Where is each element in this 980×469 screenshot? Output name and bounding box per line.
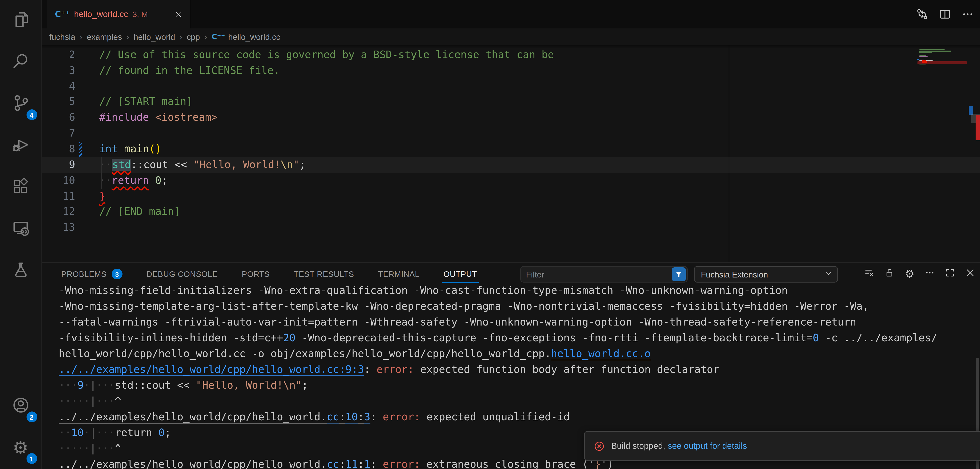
line-number: 6 bbox=[42, 110, 75, 126]
panel-tab-output[interactable]: OUTPUT bbox=[435, 263, 485, 285]
file-link[interactable]: 3 bbox=[364, 411, 371, 423]
code-line-5: 5// [START main] bbox=[42, 94, 980, 110]
gear-icon: ⚙ bbox=[13, 439, 29, 457]
file-link[interactable]: 10 bbox=[345, 411, 358, 423]
gear-icon: ⚙ bbox=[905, 268, 915, 280]
minimap-line bbox=[920, 52, 932, 53]
file-link[interactable]: hello_world.cc.o bbox=[551, 348, 651, 359]
lock-scrolling-button[interactable] bbox=[883, 268, 896, 280]
output-line-2: -Wno-missing-template-arg-list-after-tem… bbox=[42, 298, 980, 314]
file-link[interactable]: ../../examples/hello_world/cpp/hello_wor… bbox=[59, 363, 364, 375]
activity-bar-item-search[interactable] bbox=[5, 48, 36, 78]
workbench-main: C⁺⁺ hello_world.cc 3, M fuchsia›examples… bbox=[42, 0, 980, 469]
breadcrumb-separator: › bbox=[204, 32, 207, 41]
files-icon bbox=[11, 10, 30, 32]
breadcrumb-separator: › bbox=[180, 32, 182, 41]
more-actions-button[interactable] bbox=[961, 7, 975, 21]
filter-input[interactable] bbox=[521, 270, 672, 279]
code-line-3: 3// found in the LICENSE file. bbox=[42, 63, 980, 79]
minimap-error-box-2 bbox=[922, 62, 927, 63]
compare-icon bbox=[916, 12, 929, 22]
code-line-1: 1// Copyright 2025 The Fuchsia Authors. … bbox=[42, 45, 980, 48]
output-line-8: ·····|···^ bbox=[42, 393, 980, 409]
line-number: 13 bbox=[42, 220, 75, 236]
file-link[interactable]: : bbox=[358, 411, 364, 423]
notification-toast[interactable]: Build stopped,see output for details bbox=[584, 431, 980, 461]
panel-settings-button[interactable]: ⚙ bbox=[904, 268, 916, 280]
filter-funnel-icon[interactable] bbox=[672, 267, 686, 281]
code-line-6: 6#include <iostream> bbox=[42, 110, 980, 126]
file-link[interactable]: cc bbox=[327, 458, 339, 469]
breadcrumb-item-cpp[interactable]: cpp bbox=[187, 32, 200, 41]
tab-hello-world-cc[interactable]: C⁺⁺ hello_world.cc 3, M bbox=[47, 0, 191, 29]
breadcrumb-item-examples[interactable]: examples bbox=[87, 32, 122, 41]
breadcrumb: fuchsia›examples›hello_world›cpp›C⁺⁺hell… bbox=[42, 29, 980, 45]
badge: 4 bbox=[26, 109, 37, 120]
activity-bar-item-settings[interactable]: ⚙1 bbox=[5, 433, 36, 463]
minimap-modified-mark bbox=[917, 59, 918, 60]
output-line-6: ../../examples/hello_world/cpp/hello_wor… bbox=[42, 361, 980, 377]
activity-bar-item-extensions[interactable] bbox=[5, 172, 36, 203]
output-channel-select[interactable]: Fuchsia Extension bbox=[694, 266, 838, 282]
code-line-2: 2// Use of this source code is governed … bbox=[42, 48, 980, 63]
activity-bar-item-remote-explorer[interactable] bbox=[5, 214, 36, 245]
output-line-1: -Wno-missing-field-initializers -Wno-ext… bbox=[42, 285, 980, 298]
panel-tab-ports[interactable]: PORTS bbox=[234, 263, 278, 285]
output-line-4: -fvisibility-inlines-hidden -std=c++20 -… bbox=[42, 330, 980, 346]
error-icon bbox=[593, 440, 605, 452]
close-tab-icon[interactable] bbox=[172, 9, 184, 20]
panel-tab-terminal[interactable]: TERMINAL bbox=[370, 263, 428, 285]
line-number: 5 bbox=[42, 94, 75, 110]
breadcrumb-item-hello_world[interactable]: hello_world bbox=[134, 32, 175, 41]
line-number: 11 bbox=[42, 189, 75, 204]
activity-bar-item-accounts[interactable]: 2 bbox=[5, 391, 36, 421]
output-channel-label: Fuchsia Extension bbox=[701, 270, 825, 279]
tab-decoration: 3, M bbox=[132, 10, 172, 19]
close-icon bbox=[965, 267, 975, 281]
vscode-window: 4 2⚙1 C⁺⁺ hello_world.cc 3, M fuchsia›ex… bbox=[0, 0, 980, 469]
editor-ruler-line bbox=[729, 45, 729, 262]
clear-output-button[interactable] bbox=[863, 268, 875, 280]
output-line-3: --fatal-warnings -ftrivial-auto-var-init… bbox=[42, 314, 980, 330]
output-line-7: ···9·|···std::cout << "Hello, World!\n"; bbox=[42, 377, 980, 393]
badge: 1 bbox=[26, 453, 37, 464]
activity-bar-item-source-control[interactable]: 4 bbox=[5, 89, 36, 120]
file-link[interactable]: 1 bbox=[364, 458, 371, 469]
panel-tab-debug-console[interactable]: DEBUG CONSOLE bbox=[138, 263, 226, 285]
file-link[interactable]: cc bbox=[327, 411, 339, 423]
breadcrumb-item-fuchsia[interactable]: fuchsia bbox=[49, 32, 75, 41]
close-panel-button[interactable] bbox=[964, 268, 976, 280]
split-editor-button[interactable] bbox=[938, 7, 952, 21]
code-line-10: 10··return 0; bbox=[42, 173, 980, 189]
activity-bar-item-run-debug[interactable] bbox=[5, 131, 36, 161]
maximize-panel-button[interactable] bbox=[944, 268, 956, 280]
minimap-line bbox=[920, 56, 928, 57]
file-link[interactable]: 11 bbox=[345, 458, 358, 469]
open-changes-button[interactable] bbox=[916, 7, 929, 21]
panel-tab-test-results[interactable]: TEST RESULTS bbox=[286, 263, 363, 285]
overview-ruler-error-mark bbox=[975, 115, 980, 140]
gutter-modified-indicator bbox=[79, 142, 82, 157]
file-link[interactable]: ../../examples/hello_world/cpp/hello_wor… bbox=[59, 411, 327, 423]
ellipsis-icon bbox=[924, 267, 935, 281]
line-number: 4 bbox=[42, 79, 75, 95]
notification-link[interactable]: see output for details bbox=[668, 441, 747, 451]
panel-tab-problems[interactable]: PROBLEMS3 bbox=[53, 263, 131, 285]
panel-more-button[interactable] bbox=[924, 268, 936, 280]
activity-bar-item-explorer[interactable] bbox=[5, 6, 36, 36]
text-cursor bbox=[111, 159, 112, 171]
remote-icon bbox=[11, 219, 30, 240]
file-link[interactable]: : bbox=[339, 458, 345, 469]
file-link[interactable]: ../../examples/hello_world/cpp/hello_wor… bbox=[59, 458, 327, 469]
cpp-file-icon: C⁺⁺ bbox=[55, 10, 70, 19]
activity-bar: 4 2⚙1 bbox=[0, 0, 42, 469]
activity-bar-item-testing[interactable] bbox=[5, 256, 36, 286]
minimap[interactable] bbox=[917, 49, 969, 70]
code-editor[interactable]: 1// Copyright 2025 The Fuchsia Authors. … bbox=[42, 45, 980, 262]
minimap-error-box bbox=[922, 60, 926, 61]
indent-guide bbox=[101, 157, 102, 173]
file-link[interactable]: : bbox=[339, 411, 345, 423]
breadcrumb-item-hello_world.cc[interactable]: C⁺⁺hello_world.cc bbox=[212, 32, 280, 41]
panel-tab-bar: PROBLEMS3DEBUG CONSOLEPORTSTEST RESULTST… bbox=[42, 263, 980, 285]
file-link[interactable]: : bbox=[358, 458, 364, 469]
